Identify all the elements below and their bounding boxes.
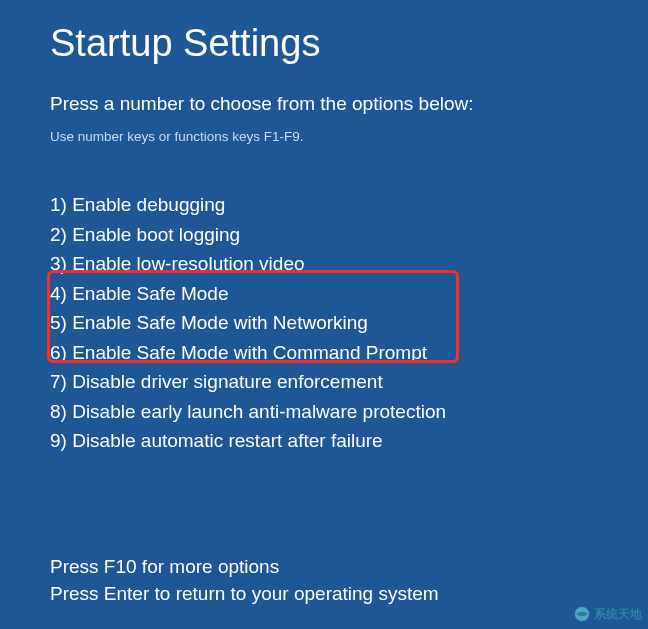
- option-3-low-resolution[interactable]: 3) Enable low-resolution video: [50, 249, 598, 279]
- options-list: 1) Enable debugging 2) Enable boot loggi…: [50, 190, 598, 456]
- watermark: 系统天地: [573, 605, 642, 623]
- instruction-text: Press a number to choose from the option…: [50, 93, 598, 115]
- option-9-disable-auto-restart[interactable]: 9) Disable automatic restart after failu…: [50, 426, 598, 456]
- page-title: Startup Settings: [50, 22, 598, 65]
- globe-icon: [573, 605, 591, 623]
- option-8-disable-anti-malware[interactable]: 8) Disable early launch anti-malware pro…: [50, 397, 598, 427]
- keys-hint: Use number keys or functions keys F1-F9.: [50, 129, 598, 144]
- option-7-disable-driver-signature[interactable]: 7) Disable driver signature enforcement: [50, 367, 598, 397]
- footer-more-options: Press F10 for more options: [50, 553, 439, 580]
- option-2-boot-logging[interactable]: 2) Enable boot logging: [50, 220, 598, 250]
- option-1-debugging[interactable]: 1) Enable debugging: [50, 190, 598, 220]
- option-4-safe-mode[interactable]: 4) Enable Safe Mode: [50, 279, 598, 309]
- watermark-text: 系统天地: [594, 606, 642, 623]
- footer-return: Press Enter to return to your operating …: [50, 580, 439, 607]
- footer-instructions: Press F10 for more options Press Enter t…: [50, 553, 439, 607]
- option-6-safe-mode-command-prompt[interactable]: 6) Enable Safe Mode with Command Prompt: [50, 338, 598, 368]
- startup-settings-screen: Startup Settings Press a number to choos…: [0, 0, 648, 456]
- option-5-safe-mode-networking[interactable]: 5) Enable Safe Mode with Networking: [50, 308, 598, 338]
